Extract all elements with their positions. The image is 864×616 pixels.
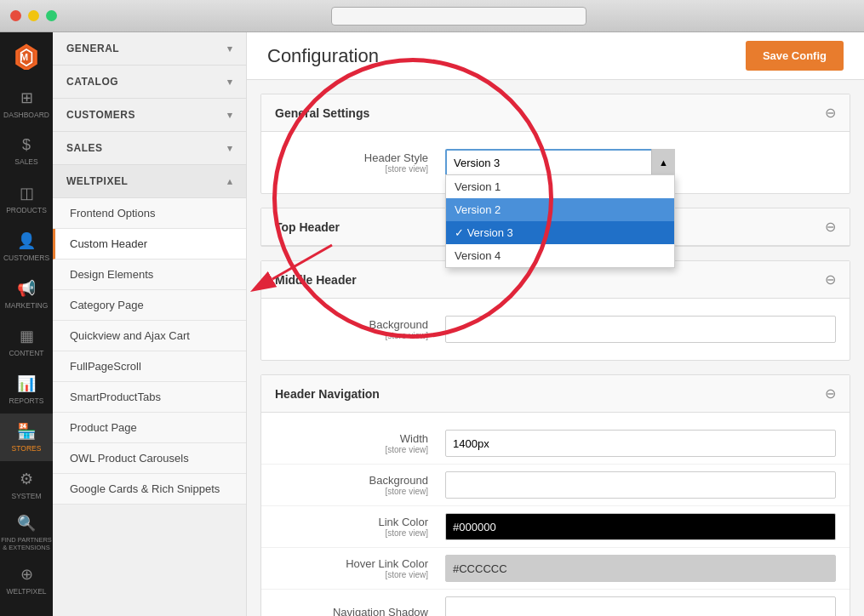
nav-item-products[interactable]: ◫ PRODUCTS [0, 175, 53, 223]
nav-width-value [445, 430, 836, 457]
mid-section-general-label: GENERAL [66, 43, 119, 54]
middle-header-section: Middle Header ⊖ Background [store view] [260, 260, 850, 361]
mid-item-custom-header[interactable]: Custom Header [53, 229, 246, 260]
mid-item-smart-product-tabs[interactable]: SmartProductTabs [53, 382, 246, 413]
select-arrow-icon[interactable]: ▲ [651, 149, 675, 176]
products-icon: ◫ [20, 184, 34, 202]
nav-item-content[interactable]: ▦ CONTENT [0, 318, 53, 366]
top-header-collapse-button[interactable]: ⊖ [825, 219, 836, 235]
mid-section-catalog[interactable]: CATALOG ▾ [53, 66, 246, 99]
mid-item-product-page[interactable]: Product Page [53, 413, 246, 443]
reports-icon: 📊 [17, 374, 36, 393]
top-bar: Configuration Save Config [247, 32, 864, 80]
link-color-value [445, 513, 836, 540]
mid-section-weltpixel[interactable]: WELTPIXEL ▴ [53, 165, 246, 198]
nav-background-value [445, 471, 836, 499]
nav-item-stores[interactable]: 🏪 STORES [0, 414, 53, 461]
header-style-value: Version 3 ▲ Version 1 Version 2 [445, 149, 836, 176]
dropdown-option-version1[interactable]: Version 1 [446, 175, 674, 198]
nav-label-weltpixel: WELTPIXEL [6, 587, 46, 596]
marketing-icon: 📢 [17, 279, 36, 298]
middle-header-body: Background [store view] [261, 299, 850, 360]
magento-logo-icon: M [13, 43, 40, 70]
dropdown-option-version4[interactable]: Version 4 [446, 244, 674, 267]
middle-background-row: Background [store view] [261, 309, 850, 350]
middle-background-label: Background [store view] [275, 318, 445, 340]
nav-item-find-partners[interactable]: 🔍 FIND PARTNERS & EXTENSIONS [0, 509, 53, 556]
nav-label-sales: SALES [14, 157, 37, 166]
nav-item-customers[interactable]: 👤 CUSTOMERS [0, 223, 53, 271]
mid-item-owl-carousels[interactable]: OWL Product Carousels [53, 443, 246, 474]
link-color-row: Link Color [store view] [261, 506, 850, 548]
nav-label-system: SYSTEM [12, 492, 42, 500]
middle-header-collapse-button[interactable]: ⊖ [825, 271, 836, 288]
nav-background-input[interactable] [445, 471, 836, 499]
general-settings-collapse-button[interactable]: ⊖ [825, 105, 836, 121]
dropdown-option-version2[interactable]: Version 2 [446, 198, 674, 221]
system-icon: ⚙ [20, 470, 33, 488]
main-content: Configuration Save Config General Settin… [247, 32, 864, 616]
mid-section-catalog-label: CATALOG [66, 76, 118, 88]
mid-item-google-cards[interactable]: Google Cards & Rich Snippets [53, 474, 246, 505]
dropdown-option-version3[interactable]: Version 3 [446, 221, 674, 244]
header-navigation-collapse-button[interactable]: ⊖ [825, 385, 836, 402]
header-navigation-section: Header Navigation ⊖ Width [store view] [260, 374, 850, 616]
nav-item-system[interactable]: ⚙ SYSTEM [0, 461, 53, 509]
link-color-input[interactable] [445, 513, 836, 540]
nav-item-marketing[interactable]: 📢 MARKETING [0, 271, 53, 318]
middle-header-title: Middle Header [275, 273, 357, 287]
mid-section-general[interactable]: GENERAL ▾ [53, 32, 246, 66]
mid-item-fullpagescroll[interactable]: FullPageScroll [53, 351, 246, 382]
logo-area: M [0, 36, 53, 77]
os-close-dot[interactable] [10, 10, 21, 21]
mid-item-category-page[interactable]: Category Page [53, 290, 246, 321]
header-style-dropdown: Version 1 Version 2 Version 3 [445, 174, 675, 268]
nav-label-content: CONTENT [9, 349, 43, 357]
mid-section-customers[interactable]: CUSTOMERS ▾ [53, 99, 246, 132]
os-minimize-dot[interactable] [28, 10, 39, 21]
header-navigation-title: Header Navigation [275, 387, 380, 401]
navigation-shadow-value: Add shadow Ex.: 0px 10px 30px 0px rgba(0… [445, 596, 836, 616]
dashboard-icon: ⊞ [20, 88, 33, 107]
os-maximize-dot[interactable] [46, 10, 57, 21]
nav-item-sales[interactable]: $ SALES [0, 128, 53, 175]
mid-item-quickview-ajax[interactable]: Quickview and Ajax Cart [53, 321, 246, 351]
nav-label-dashboard: DASHBOARD [3, 111, 49, 119]
nav-item-dashboard[interactable]: ⊞ DASHBOARD [0, 80, 53, 128]
save-config-button[interactable]: Save Config [746, 41, 844, 71]
nav-label-stores: STORES [12, 444, 42, 453]
header-style-row: Header Style [store view] Version 3 ▲ [261, 142, 850, 183]
left-navigation: M ⊞ DASHBOARD $ SALES ◫ PRODUCTS 👤 CUSTO… [0, 32, 53, 616]
stores-icon: 🏪 [17, 422, 36, 441]
nav-background-row: Background [store view] [261, 465, 850, 506]
chevron-down-icon: ▾ [227, 77, 233, 88]
os-chrome-bar [0, 0, 864, 32]
navigation-shadow-input[interactable] [445, 596, 836, 616]
nav-width-input[interactable] [445, 430, 836, 457]
link-color-label: Link Color [store view] [275, 516, 445, 538]
mid-item-design-elements[interactable]: Design Elements [53, 260, 246, 290]
mid-section-sales[interactable]: SALES ▾ [53, 132, 246, 165]
customers-icon: 👤 [17, 231, 36, 250]
general-settings-body: Header Style [store view] Version 3 ▲ [261, 132, 850, 193]
mid-section-weltpixel-label: WELTPIXEL [66, 175, 128, 187]
navigation-shadow-label: Navigation Shadow [store view] [275, 606, 445, 617]
nav-item-weltpixel[interactable]: ⊕ WELTPIXEL [0, 556, 53, 604]
hover-link-color-input[interactable] [445, 555, 836, 582]
header-style-label: Header Style [store view] [275, 151, 445, 174]
mid-navigation: GENERAL ▾ CATALOG ▾ CUSTOMERS ▾ SALES ▾ … [53, 32, 247, 616]
nav-label-marketing: MARKETING [5, 301, 49, 310]
header-style-select[interactable]: Version 3 [445, 149, 675, 176]
mid-item-frontend-options[interactable]: Frontend Options [53, 198, 246, 229]
middle-background-input[interactable] [445, 316, 836, 343]
chevron-down-icon: ▾ [227, 43, 233, 54]
app-container: M ⊞ DASHBOARD $ SALES ◫ PRODUCTS 👤 CUSTO… [0, 32, 864, 616]
nav-label-reports: REPORTS [9, 396, 44, 405]
chevron-down-icon: ▾ [227, 110, 233, 121]
nav-item-reports[interactable]: 📊 REPORTS [0, 366, 53, 414]
mid-section-customers-label: CUSTOMERS [66, 109, 135, 121]
navigation-shadow-row: Navigation Shadow [store view] Add shado… [261, 590, 850, 616]
address-bar[interactable] [331, 7, 586, 26]
chevron-down-icon: ▾ [227, 143, 233, 154]
content-area: General Settings ⊖ Header Style [store v… [247, 94, 864, 616]
